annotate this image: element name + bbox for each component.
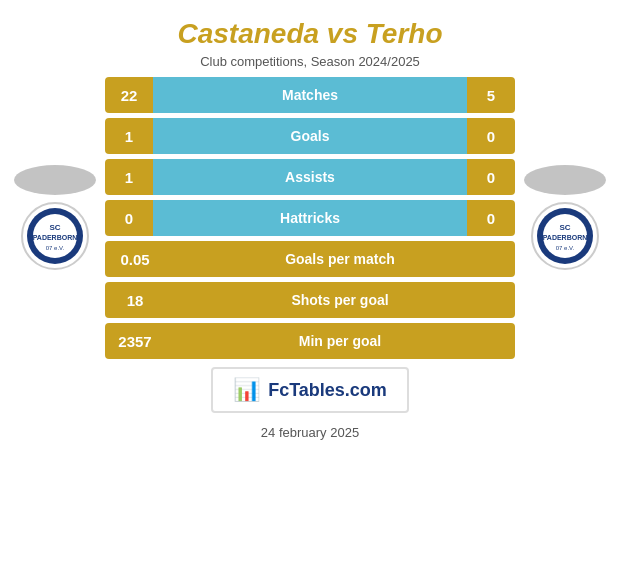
assists-bar: Assists [153, 159, 467, 195]
svg-text:PADERBORN: PADERBORN [543, 234, 588, 241]
fctables-logo: 📊 FcTables.com [211, 367, 409, 413]
goals-left-value: 1 [105, 118, 153, 154]
svg-text:SC: SC [559, 223, 570, 232]
svg-text:SC: SC [49, 223, 60, 232]
match-date: 24 february 2025 [261, 425, 359, 440]
goals-per-match-label: Goals per match [285, 251, 395, 267]
badge-left-container: SC PADERBORN 07 e.V. [10, 165, 100, 271]
hattricks-right-value: 0 [467, 200, 515, 236]
goals-right-value: 0 [467, 118, 515, 154]
content-area: SC PADERBORN 07 e.V. 22 Matches 5 1 Goal… [0, 77, 620, 359]
min-per-goal-bar: Min per goal [165, 323, 515, 359]
match-subtitle: Club competitions, Season 2024/2025 [177, 54, 442, 69]
goals-per-match-value: 0.05 [105, 241, 165, 277]
logo-section: 📊 FcTables.com [211, 367, 409, 413]
assists-label: Assists [285, 169, 335, 185]
matches-right-value: 5 [467, 77, 515, 113]
stat-row-goals-per-match: 0.05 Goals per match [105, 241, 515, 277]
stats-section: 22 Matches 5 1 Goals 0 1 Assists 0 0 Hat… [100, 77, 520, 359]
badge-right-container: SC PADERBORN 07 e.V. [520, 165, 610, 271]
svg-text:07 e.V.: 07 e.V. [46, 245, 65, 251]
logo-text: FcTables.com [268, 380, 387, 401]
match-title: Castaneda vs Terho [177, 18, 442, 50]
logo-icon: 📊 [233, 377, 260, 403]
goals-per-match-bar: Goals per match [165, 241, 515, 277]
shots-per-goal-label: Shots per goal [291, 292, 388, 308]
stat-row-goals: 1 Goals 0 [105, 118, 515, 154]
hattricks-bar: Hattricks [153, 200, 467, 236]
hattricks-left-value: 0 [105, 200, 153, 236]
hattricks-label: Hattricks [280, 210, 340, 226]
svg-text:07 e.V.: 07 e.V. [556, 245, 575, 251]
right-team-badge-container: SC PADERBORN 07 e.V. [524, 165, 606, 271]
min-per-goal-label: Min per goal [299, 333, 381, 349]
right-team-badge: SC PADERBORN 07 e.V. [530, 201, 600, 271]
min-per-goal-value: 2357 [105, 323, 165, 359]
date-section: 24 february 2025 [261, 425, 359, 440]
stat-row-matches: 22 Matches 5 [105, 77, 515, 113]
oval-top-right [524, 165, 606, 195]
goals-label: Goals [291, 128, 330, 144]
shots-per-goal-value: 18 [105, 282, 165, 318]
title-section: Castaneda vs Terho Club competitions, Se… [157, 0, 462, 77]
stat-row-min-per-goal: 2357 Min per goal [105, 323, 515, 359]
matches-left-value: 22 [105, 77, 153, 113]
oval-top-left [14, 165, 96, 195]
matches-bar: Matches [153, 77, 467, 113]
left-team-badge: SC PADERBORN 07 e.V. [20, 201, 90, 271]
stat-row-assists: 1 Assists 0 [105, 159, 515, 195]
stat-row-hattricks: 0 Hattricks 0 [105, 200, 515, 236]
assists-left-value: 1 [105, 159, 153, 195]
assists-right-value: 0 [467, 159, 515, 195]
svg-text:PADERBORN: PADERBORN [33, 234, 78, 241]
goals-bar: Goals [153, 118, 467, 154]
shots-per-goal-bar: Shots per goal [165, 282, 515, 318]
left-team-badge-container: SC PADERBORN 07 e.V. [14, 165, 96, 271]
stat-row-shots-per-goal: 18 Shots per goal [105, 282, 515, 318]
matches-label: Matches [282, 87, 338, 103]
